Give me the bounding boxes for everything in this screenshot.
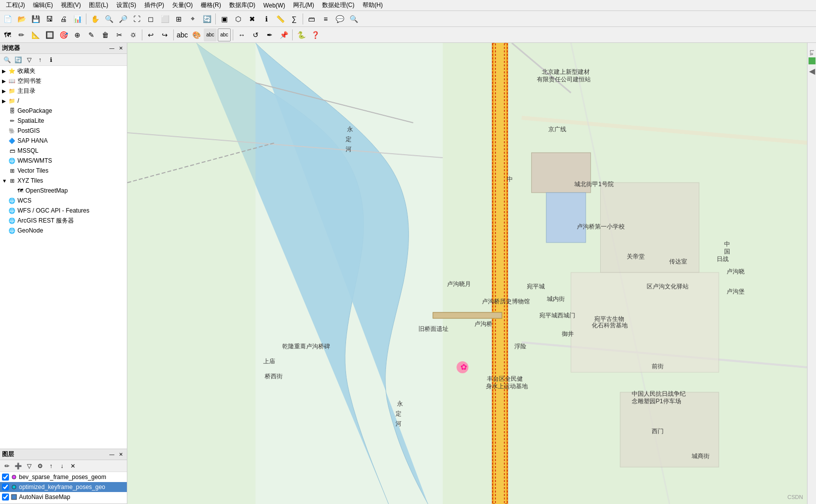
digitize-btn[interactable]: 🗺 xyxy=(1,28,14,41)
browser-tree-item-geonode[interactable]: 🌐GeoNode xyxy=(0,226,127,236)
redo-btn[interactable]: ↪ xyxy=(158,28,171,41)
menu-project[interactable]: 工程(J) xyxy=(2,0,29,10)
delete-btn[interactable]: 🗑 xyxy=(99,28,112,41)
browser-collapse-icon[interactable]: ↑ xyxy=(35,55,45,65)
layers-minimize-btn[interactable]: — xyxy=(108,451,116,459)
browser-tree-item-directory[interactable]: ▶📁主目录 xyxy=(0,86,127,96)
layers-filter-icon[interactable]: ▽ xyxy=(24,461,34,471)
refresh-btn[interactable]: 🔄 xyxy=(200,12,213,25)
browser-tree-item-vectortiles[interactable]: ⊞Vector Tiles xyxy=(0,166,127,176)
browser-info-icon[interactable]: ℹ xyxy=(46,55,56,65)
zoom-in-btn[interactable]: 🔍 xyxy=(102,12,115,25)
menu-view[interactable]: 视图(V) xyxy=(57,0,85,10)
pan-btn[interactable]: ✋ xyxy=(88,12,101,25)
digitize3-btn[interactable]: 📐 xyxy=(29,28,42,41)
menu-settings[interactable]: 设置(S) xyxy=(112,0,140,10)
search-features-btn[interactable]: 🔍 xyxy=(347,12,360,25)
layer-item-bev[interactable]: bev_sparse_frame_poses_geom xyxy=(0,472,127,482)
browser-refresh-icon[interactable]: 🔄 xyxy=(13,55,23,65)
browser-tree-item-favorites[interactable]: ▶⭐收藏夹 xyxy=(0,66,127,76)
browser-tree-item-geopackage[interactable]: 🗄GeoPackage xyxy=(0,106,127,116)
menu-processing[interactable]: 数据处理(C) xyxy=(318,0,359,10)
select-poly-btn[interactable]: ⬡ xyxy=(232,12,245,25)
zoom-out-btn[interactable]: 🔎 xyxy=(116,12,129,25)
browser-tree-item-wmswmts[interactable]: 🌐WMS/WMTS xyxy=(0,156,127,166)
undo-btn[interactable]: ↩ xyxy=(144,28,157,41)
browser-minimize-btn[interactable]: — xyxy=(108,44,116,52)
pan-to-selection-btn[interactable]: ⌖ xyxy=(186,12,199,25)
layers-close-btn[interactable]: ✕ xyxy=(117,451,125,459)
merge-btn[interactable]: ⛭ xyxy=(127,28,140,41)
layer-item-autonavi[interactable]: AutoNavi BaseMap xyxy=(0,492,127,502)
label-btn[interactable]: abc xyxy=(176,28,189,41)
menu-plugins[interactable]: 插件(P) xyxy=(140,0,168,10)
layers-move-down-icon[interactable]: ↓ xyxy=(57,461,67,471)
menu-help[interactable]: 帮助(H) xyxy=(359,0,387,10)
browser-tree-item-postgis[interactable]: 🐘PostGIS xyxy=(0,126,127,136)
layers-edit-icon[interactable]: ✏ xyxy=(2,461,12,471)
label-pin-btn[interactable]: 📌 xyxy=(277,28,290,41)
move-label-btn[interactable]: ↔ xyxy=(235,28,248,41)
menu-edit[interactable]: 编辑(E) xyxy=(29,0,57,10)
color-btn[interactable]: 🎨 xyxy=(190,28,203,41)
menu-vector[interactable]: 矢量(O) xyxy=(168,0,197,10)
save-as-btn[interactable]: 🖫 xyxy=(43,12,56,25)
browser-filter-icon[interactable]: ▽ xyxy=(24,55,34,65)
layers-options-icon[interactable]: ⚙ xyxy=(35,461,45,471)
browser-tree-item-wfsogc[interactable]: 🌐WFS / OGC API - Features xyxy=(0,206,127,216)
rotate-label-btn[interactable]: ↺ xyxy=(249,28,262,41)
browser-tree-item-mssql[interactable]: 🗃MSSQL xyxy=(0,146,127,156)
zoom-layer-btn[interactable]: ⬜ xyxy=(158,12,171,25)
python-btn[interactable]: 🐍 xyxy=(295,28,308,41)
browser-search-icon[interactable]: 🔍 xyxy=(2,55,12,65)
new-project-btn[interactable]: 📄 xyxy=(1,12,14,25)
browser-tree-item-bookmarks[interactable]: ▶📖空间书签 xyxy=(0,76,127,86)
layers-add-icon[interactable]: ➕ xyxy=(13,461,23,471)
map-area[interactable]: ✿ 北京建上新型建材有限责任公司建恒站永定河京广线城北街甲1号院中卢沟桥第一小学… xyxy=(127,43,807,504)
browser-tree-item-wcs[interactable]: 🌐WCS xyxy=(0,196,127,206)
attribute-table-btn[interactable]: 🗃 xyxy=(305,12,318,25)
right-panel-btn[interactable]: ◀ xyxy=(809,66,815,76)
help-btn[interactable]: ❓ xyxy=(309,28,322,41)
identify-btn[interactable]: ℹ xyxy=(260,12,273,25)
digitize2-btn[interactable]: ✏ xyxy=(15,28,28,41)
tips-btn[interactable]: 💬 xyxy=(333,12,346,25)
zoom-full-btn[interactable]: ⛶ xyxy=(130,12,143,25)
menu-raster[interactable]: 栅格(R) xyxy=(197,0,225,10)
label3-btn[interactable]: abc xyxy=(218,28,231,41)
layer-visibility-bev[interactable] xyxy=(2,474,9,481)
browser-tree-item-xyztiles[interactable]: ▼⊞XYZ Tiles xyxy=(0,176,127,186)
advanced-digit-btn[interactable]: ⊕ xyxy=(71,28,84,41)
browser-tree-item-spatialite[interactable]: ✏SpatiaLite xyxy=(0,116,127,126)
deselect-btn[interactable]: ✖ xyxy=(246,12,259,25)
browser-close-btn[interactable]: ✕ xyxy=(117,44,125,52)
zoom-native-btn[interactable]: ⊞ xyxy=(172,12,185,25)
browser-tree-item-saphana[interactable]: 🔷SAP HANA xyxy=(0,136,127,146)
menu-mesh[interactable]: 网孔(M) xyxy=(289,0,318,10)
menu-web[interactable]: Web(W) xyxy=(259,1,289,10)
label-edit-btn[interactable]: ✒ xyxy=(263,28,276,41)
edit-btn[interactable]: ✎ xyxy=(85,28,98,41)
select-btn[interactable]: ▣ xyxy=(218,12,231,25)
measure-btn[interactable]: 📏 xyxy=(274,12,287,25)
print-btn[interactable]: 🖨 xyxy=(57,12,70,25)
save-project-btn[interactable]: 💾 xyxy=(29,12,42,25)
layer-visibility-optimized[interactable] xyxy=(2,484,9,491)
layers-move-up-icon[interactable]: ↑ xyxy=(46,461,56,471)
menu-database[interactable]: 数据库(D) xyxy=(225,0,260,10)
browser-tree-item-root[interactable]: ▶📁/ xyxy=(0,96,127,106)
label2-btn[interactable]: abc xyxy=(204,28,217,41)
menu-layer[interactable]: 图层(L) xyxy=(85,0,112,10)
stats-btn[interactable]: ∑ xyxy=(288,12,301,25)
digitize4-btn[interactable]: 🔲 xyxy=(43,28,56,41)
browser-tree-item-openstreetmap[interactable]: 🗺OpenStreetMap xyxy=(0,186,127,196)
zoom-select-btn[interactable]: ◻ xyxy=(144,12,157,25)
split-btn[interactable]: ✂ xyxy=(113,28,126,41)
layer-item-optimized[interactable]: optimized_keyframe_poses_geo xyxy=(0,482,127,492)
snapping-btn[interactable]: 🎯 xyxy=(57,28,70,41)
field-calc-btn[interactable]: ≡ xyxy=(319,12,332,25)
open-project-btn[interactable]: 📂 xyxy=(15,12,28,25)
layer-visibility-autonavi[interactable] xyxy=(2,494,9,501)
layout-btn[interactable]: 📊 xyxy=(71,12,84,25)
browser-tree-item-arcgisrest[interactable]: 🌐ArcGIS REST 服务器 xyxy=(0,216,127,226)
